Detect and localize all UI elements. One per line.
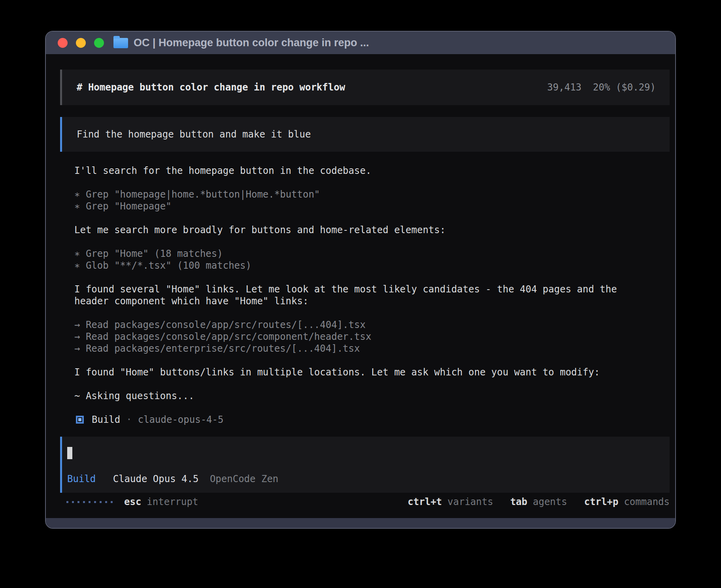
window-title: OC | Homepage button color change in rep… — [134, 37, 369, 49]
tool-call-read: → Read packages/console/app/src/routes/[… — [74, 319, 653, 331]
hint-interrupt: escinterrupt — [124, 496, 198, 507]
status-bar: escinterrupt ctrl+tvariantstabagentsctrl… — [60, 496, 670, 508]
hint-variants: ctrl+tvariants — [408, 496, 493, 507]
assistant-text: I'll search for the homepage button in t… — [74, 165, 653, 177]
spinner-dots-icon — [66, 501, 113, 503]
terminal-window: OC | Homepage button color change in rep… — [45, 31, 676, 529]
text-cursor — [67, 447, 72, 459]
assistant-text: ~ Asking questions... — [74, 390, 653, 402]
prompt-footer: Build Claude Opus 4.5 OpenCode Zen — [67, 473, 670, 485]
model-label[interactable]: Claude Opus 4.5 — [113, 473, 199, 484]
blank-line — [74, 236, 653, 248]
blank-line — [74, 271, 653, 283]
terminal-content: # Homepage button color change in repo w… — [46, 54, 675, 518]
agent-build-icon — [76, 416, 84, 424]
session-title: # Homepage button color change in repo w… — [77, 82, 345, 93]
context-usage: 20% ($0.29) — [593, 82, 656, 93]
token-count: 39,413 — [547, 82, 581, 93]
blank-line — [74, 177, 653, 188]
window-bottom-edge — [46, 518, 675, 528]
assistant-text: I found "Home" buttons/links in multiple… — [74, 366, 653, 378]
arrow-right-icon: → — [74, 343, 80, 354]
asterisk-tool-icon: ∗ — [74, 260, 80, 271]
label-variants: variants — [447, 496, 493, 507]
assistant-text: I found several "Home" links. Let me loo… — [74, 283, 653, 307]
tool-call-read: → Read packages/console/app/src/componen… — [74, 331, 653, 343]
agent-status-line: Build·claude-opus-4-5 — [74, 414, 653, 426]
provider-label: OpenCode Zen — [210, 473, 278, 484]
arrow-right-icon: → — [74, 319, 80, 330]
label-agents: agents — [533, 496, 567, 507]
label-commands: commands — [624, 496, 670, 507]
key-tab: tab — [510, 496, 527, 507]
tool-call-read: → Read packages/enterprise/src/routes/[.… — [74, 343, 653, 354]
key-ctrl+t: ctrl+t — [408, 496, 442, 507]
session-stats: 39,413 20% ($0.29) — [547, 82, 656, 93]
asterisk-tool-icon: ∗ — [74, 189, 80, 200]
close-button[interactable] — [58, 38, 68, 48]
blank-line — [74, 354, 653, 366]
fullscreen-button[interactable] — [94, 38, 104, 48]
asterisk-tool-icon: ∗ — [74, 201, 80, 212]
blank-line — [74, 212, 653, 224]
keyboard-hints: ctrl+tvariantstabagentsctrl+pcommands — [391, 496, 670, 507]
assistant-text: Let me search more broadly for buttons a… — [74, 224, 653, 236]
interrupt-hint: escinterrupt — [113, 496, 198, 507]
arrow-right-icon: → — [74, 331, 80, 342]
status-left: escinterrupt — [60, 496, 198, 507]
session-header: # Homepage button color change in repo w… — [60, 70, 670, 105]
user-message-text: Find the homepage button and make it blu… — [77, 129, 311, 140]
user-message-block: Find the homepage button and make it blu… — [60, 117, 670, 152]
prompt-editor[interactable]: Build Claude Opus 4.5 OpenCode Zen — [60, 437, 670, 493]
asterisk-tool-icon: ∗ — [74, 248, 80, 259]
blank-line — [74, 402, 653, 414]
titlebar[interactable]: OC | Homepage button color change in rep… — [46, 32, 675, 54]
tool-call-grep: ∗ Grep "homepage|home.*button|Home.*butt… — [74, 188, 653, 200]
agent-mode-label[interactable]: Build — [67, 473, 96, 484]
label-interrupt: interrupt — [147, 496, 198, 507]
key-ctrl+p: ctrl+p — [584, 496, 619, 507]
tool-call-grep: ∗ Grep "Homepage" — [74, 200, 653, 212]
key-esc: esc — [124, 496, 141, 507]
tool-call-glob: ∗ Glob "**/*.tsx" (100 matches) — [74, 260, 653, 271]
agent-name: Build — [92, 414, 120, 426]
tool-call-grep: ∗ Grep "Home" (18 matches) — [74, 248, 653, 260]
traffic-lights — [58, 38, 104, 48]
hint-agents: tabagents — [510, 496, 567, 507]
minimize-button[interactable] — [76, 38, 86, 48]
blank-line — [74, 378, 653, 390]
blank-line — [74, 307, 653, 319]
folder-icon — [113, 38, 128, 48]
separator-dot: · — [126, 414, 132, 426]
agent-model: claude-opus-4-5 — [138, 414, 224, 426]
assistant-transcript: I'll search for the homepage button in t… — [74, 165, 653, 426]
hint-commands: ctrl+pcommands — [584, 496, 670, 507]
